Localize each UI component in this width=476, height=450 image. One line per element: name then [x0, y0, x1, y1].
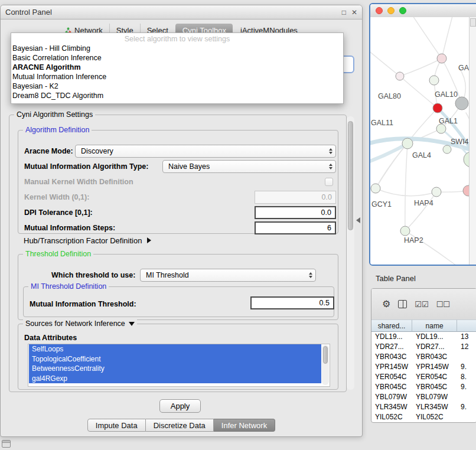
table-cell — [457, 412, 476, 422]
table-cell: YIL052C — [371, 412, 412, 422]
close-window-icon[interactable] — [376, 7, 383, 14]
network-edge[interactable] — [405, 144, 407, 231]
mi-type-label: Mutual Information Algorithm Type: — [24, 160, 148, 173]
hub-definition-toggle[interactable]: Hub/Transcription Factor Definition — [24, 235, 151, 246]
which-threshold-combobox[interactable]: MI Threshold — [140, 269, 316, 282]
column-visibility-icon[interactable] — [398, 300, 407, 308]
algorithm-option-mutual-information-inference[interactable]: Mutual Information Inference — [11, 72, 343, 81]
node-label: GAL1 — [439, 117, 458, 125]
aracne-mode-combobox[interactable]: Discovery — [75, 145, 336, 158]
network-node[interactable] — [371, 184, 380, 193]
node-label: GAL11 — [371, 119, 393, 127]
network-canvas[interactable]: GAL8GAL80GAL10GAL11GAL1SWI4GAL4GCY1HAP4Y… — [370, 17, 476, 265]
algorithm-option-basic-correlation-inference[interactable]: Basic Correlation Inference — [11, 53, 343, 63]
table-cell: YBR045C — [412, 382, 457, 392]
table-row[interactable]: YBL079WYBL079W — [371, 392, 476, 402]
table-panel-title: Table Panel — [376, 274, 416, 283]
attribute-item-gal4rgexp[interactable]: gal4RGexp — [29, 374, 321, 384]
table-panel-window: ⚙ ☑☑ ☐☐ shared...name YDL19...YDL19...13… — [371, 288, 476, 423]
manual-kernel-checkbox[interactable] — [325, 178, 333, 186]
table-row[interactable]: YLR345WYLR345W9. — [371, 402, 476, 412]
hub-definition-label: Hub/Transcription Factor Definition — [24, 236, 142, 245]
settings-scrollbar-thumb[interactable] — [348, 121, 353, 230]
sources-group-toggle[interactable]: Sources for Network Inference — [23, 319, 137, 328]
network-window-titlebar[interactable] — [370, 4, 476, 18]
kernel-width-field[interactable]: 0.0 — [255, 191, 336, 204]
network-edge[interactable] — [405, 192, 436, 231]
network-edge[interactable] — [438, 108, 470, 162]
network-node[interactable] — [443, 145, 451, 154]
close-window-icon[interactable]: ✕ — [351, 8, 357, 17]
network-edge[interactable] — [370, 144, 407, 162]
select-all-icon[interactable]: ☑☑ — [415, 301, 428, 308]
algorithm-option-bayesian-k2[interactable]: Bayesian - K2 — [11, 81, 343, 91]
desktop: Control Panel □ ✕ NetworkStyleSelectCyni… — [0, 0, 476, 450]
network-edge[interactable] — [412, 17, 442, 58]
bottom-tab-infer-network[interactable]: Infer Network — [214, 419, 275, 432]
zoom-window-icon[interactable] — [399, 7, 406, 14]
network-node[interactable] — [437, 54, 446, 63]
algorithm-option-bayesian-hill-climbing[interactable]: Bayesian - Hill Climbing — [11, 44, 343, 53]
float-window-icon[interactable]: □ — [342, 8, 346, 17]
table-row[interactable]: YPR145WYPR145W9. — [371, 362, 476, 372]
network-edge[interactable] — [442, 17, 453, 58]
column-header-col2[interactable] — [457, 319, 476, 332]
bottom-tabstrip: Impute DataDiscretize DataInfer Network — [1, 419, 362, 432]
table-row[interactable]: YBR043CYBR043C — [371, 352, 476, 362]
node-label: GAL80 — [378, 92, 401, 100]
column-header-shared[interactable]: shared... — [371, 319, 412, 332]
network-node[interactable] — [402, 138, 413, 149]
network-node[interactable] — [433, 103, 442, 113]
attributes-list[interactable]: SelfLoopsTopologicalCoefficientBetweenne… — [28, 344, 330, 387]
algorithm-definition-group: Algorithm Definition Aracne Mode: Discov… — [18, 130, 338, 234]
table-row[interactable]: YBR045CYBR045C9. — [371, 382, 476, 392]
mi-threshold-field[interactable]: 0.5 — [250, 296, 334, 309]
group-title: MI Threshold Definition — [28, 282, 109, 291]
group-title: Threshold Definition — [23, 250, 93, 258]
algorithm-option-aracne-algorithm[interactable]: ARACNE Algorithm — [11, 63, 343, 72]
network-scrollbar-button[interactable] — [470, 18, 476, 27]
network-node[interactable] — [455, 97, 468, 110]
network-edge[interactable] — [370, 50, 400, 76]
network-node[interactable] — [400, 226, 410, 236]
bottom-tab-impute-data[interactable]: Impute Data — [87, 419, 146, 432]
table-cell: YBL079W — [412, 392, 457, 402]
list-scrollbar-thumb[interactable] — [323, 346, 328, 364]
field-value: 6 — [327, 224, 331, 232]
splitter-collapse-icon[interactable] — [356, 217, 360, 223]
table-cell: YDR27... — [371, 342, 412, 352]
table-row[interactable]: YIL052CYIL052C — [371, 412, 476, 422]
dropdown-prompt: Select algorithm to view settings — [11, 34, 343, 44]
apply-button[interactable]: Apply — [159, 399, 201, 413]
collapsed-panel-icon[interactable] — [2, 440, 11, 448]
deselect-all-icon[interactable]: ☐☐ — [436, 301, 450, 308]
table-row[interactable]: YER054CYER054C8. — [371, 372, 476, 382]
algorithm-option-dream8-dc-tdc-algorithm[interactable]: Dream8 DC_TDC Algorithm — [11, 91, 343, 100]
network-node[interactable] — [429, 76, 439, 85]
network-node[interactable] — [396, 72, 404, 80]
attribute-item-selfloops[interactable]: SelfLoops — [29, 344, 321, 354]
bottom-tab-discretize-data[interactable]: Discretize Data — [146, 419, 214, 432]
mi-type-combobox[interactable]: Naive Bayes — [162, 160, 336, 173]
settings-scrollbar[interactable] — [347, 116, 354, 390]
network-edge[interactable] — [376, 188, 436, 196]
window-title: Control Panel — [5, 8, 52, 17]
mi-steps-field[interactable]: 6 — [255, 221, 336, 234]
control-panel-titlebar[interactable]: Control Panel □ ✕ — [1, 5, 362, 19]
network-node[interactable] — [436, 124, 446, 133]
dpi-tolerance-field[interactable]: 0.0 — [255, 206, 336, 219]
table-row[interactable]: YDL19...YDL19...13 — [371, 332, 476, 342]
network-scrollbar[interactable] — [469, 17, 476, 265]
table-cell: YLR345W — [412, 402, 457, 412]
table-cell: YBL079W — [371, 392, 412, 402]
column-header-name[interactable]: name — [412, 319, 457, 332]
attribute-item-topologicalcoefficient[interactable]: TopologicalCoefficient — [29, 354, 321, 364]
minimize-window-icon[interactable] — [387, 7, 395, 14]
table-cell: YLR345W — [371, 402, 412, 412]
list-scrollbar[interactable] — [322, 345, 329, 385]
attribute-item-betweennesscentrality[interactable]: BetweennessCentrality — [29, 364, 321, 374]
gear-icon[interactable]: ⚙ — [382, 299, 390, 309]
table-cell: YDR27... — [412, 342, 457, 352]
network-node[interactable] — [432, 187, 441, 197]
table-row[interactable]: YDR27...YDR27...12 — [371, 342, 476, 352]
